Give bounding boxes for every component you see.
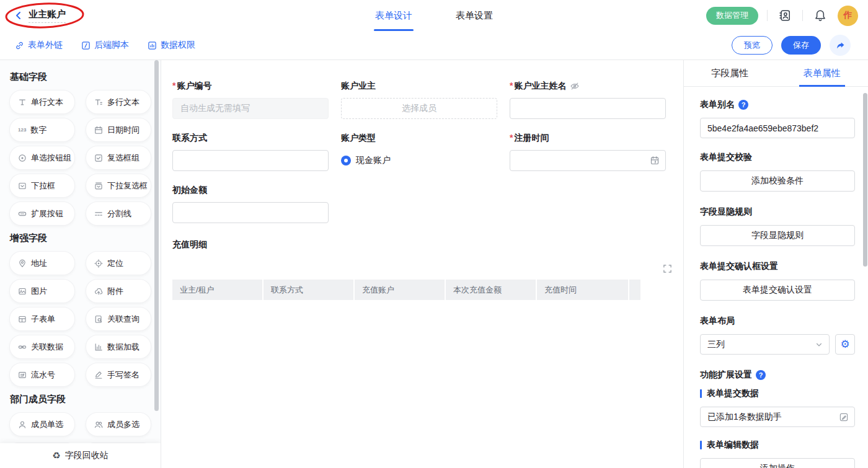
properties-panel: 字段属性 表单属性 表单别名 ? 5be4e2fa4ae659ebe873bef… bbox=[683, 60, 868, 468]
serial-number-icon bbox=[18, 371, 27, 379]
field-type-multi-select[interactable]: 下拉复选框 bbox=[86, 174, 151, 197]
image-icon bbox=[18, 287, 27, 296]
backend-script-label: 后端脚本 bbox=[94, 40, 129, 51]
field-type-select[interactable]: 下拉框 bbox=[10, 174, 74, 197]
field-visibility-button[interactable]: 字段显隐规则 bbox=[700, 225, 855, 246]
section-title-basic-fields: 基础字段 bbox=[10, 71, 161, 83]
tab-form-properties[interactable]: 表单属性 bbox=[776, 60, 868, 86]
field-register-time[interactable]: 注册时间 bbox=[510, 133, 666, 171]
recycle-bin-label: 字段回收站 bbox=[65, 450, 108, 461]
field-type-single-line-text[interactable]: 单行文本 bbox=[10, 91, 74, 113]
sidebar-scrollbar[interactable] bbox=[154, 60, 159, 411]
subform-column: 本次充值金额 bbox=[446, 280, 536, 300]
divider bbox=[802, 10, 803, 21]
data-manage-button[interactable]: 数据管理 bbox=[706, 7, 758, 25]
field-account-type[interactable]: 账户类型 现金账户 bbox=[341, 133, 497, 171]
field-type-member-multi[interactable]: 成员多选 bbox=[86, 413, 151, 436]
select-member-box[interactable]: 选择成员 bbox=[341, 98, 497, 119]
address-book-icon[interactable] bbox=[776, 7, 794, 24]
field-initial-amount[interactable]: 初始金额 bbox=[172, 185, 329, 223]
owner-name-input[interactable] bbox=[510, 98, 666, 119]
chevron-down-icon bbox=[815, 341, 823, 348]
field-type-data-load[interactable]: 数据加载 bbox=[86, 335, 151, 358]
add-operation-button[interactable]: 添加操作 bbox=[700, 458, 855, 468]
extension-settings-label: 功能扩展设置 bbox=[700, 369, 752, 381]
field-type-address[interactable]: 地址 bbox=[10, 252, 74, 275]
tab-form-design[interactable]: 表单设计 bbox=[375, 0, 412, 31]
radio-option-label[interactable]: 现金账户 bbox=[356, 155, 391, 166]
field-account-no[interactable]: 账户编号 自动生成无需填写 bbox=[172, 81, 329, 119]
field-account-owner[interactable]: 账户业主 选择成员 bbox=[341, 81, 497, 119]
field-type-divider[interactable]: 分割线 bbox=[86, 202, 151, 225]
related-query-icon bbox=[94, 315, 103, 324]
field-recharge-detail-subform[interactable]: 充值明细 业主/租户 联系方式 充值账户 本次充值金额 充值时间 bbox=[172, 239, 672, 300]
register-time-input[interactable] bbox=[510, 150, 666, 171]
subform-label: 充值明细 bbox=[172, 239, 672, 250]
script-icon bbox=[81, 41, 91, 50]
field-type-location[interactable]: 定位 bbox=[86, 252, 151, 275]
permission-icon bbox=[148, 41, 157, 50]
data-assistant-box[interactable]: 已添加1条数据助手 bbox=[700, 407, 855, 427]
edit-data-subsection: 表单编辑数据 bbox=[700, 439, 856, 451]
form-layout-label: 表单布局 bbox=[700, 316, 735, 327]
field-type-multi-line-text[interactable]: 多行文本 bbox=[86, 91, 151, 113]
field-type-datetime[interactable]: 日期时间 bbox=[86, 118, 151, 141]
field-type-member-single[interactable]: 成员单选 bbox=[10, 413, 74, 436]
datetime-icon bbox=[94, 126, 103, 135]
field-type-subform[interactable]: 子表单 bbox=[10, 307, 74, 330]
form-toolbar: 表单外链 后端脚本 数据权限 预览 保存 bbox=[0, 31, 868, 60]
data-assistant-value: 已添加1条数据助手 bbox=[707, 412, 782, 423]
field-library-sidebar: 基础字段 单行文本 多行文本 123数字 日期时间 单选按钮组 复选框组 下拉框… bbox=[0, 60, 161, 468]
save-button[interactable]: 保存 bbox=[781, 36, 821, 55]
field-type-extension-button[interactable]: 扩展按钮 bbox=[10, 202, 74, 225]
form-alias-input[interactable]: 5be4e2fa4ae659ebe873bef2 bbox=[700, 118, 855, 138]
field-visibility-label: 字段显隐规则 bbox=[700, 206, 752, 218]
panel-scrollbar[interactable] bbox=[863, 93, 867, 267]
contact-input[interactable] bbox=[172, 150, 329, 171]
field-type-related-data[interactable]: 关联数据 bbox=[10, 335, 74, 358]
layout-select[interactable]: 三列 bbox=[700, 334, 830, 355]
single-line-text-icon bbox=[18, 98, 27, 107]
section-title-member-fields: 部门成员字段 bbox=[10, 394, 161, 405]
initial-amount-input[interactable] bbox=[172, 202, 329, 223]
confirm-box-button[interactable]: 表单提交确认设置 bbox=[700, 280, 855, 301]
edit-pencil-icon[interactable] bbox=[839, 412, 849, 422]
expand-fullscreen-icon[interactable] bbox=[663, 264, 672, 273]
tab-field-properties[interactable]: 字段属性 bbox=[684, 60, 776, 86]
external-link-action[interactable]: 表单外链 bbox=[15, 40, 63, 51]
account-no-input[interactable]: 自动生成无需填写 bbox=[172, 98, 329, 119]
preview-button[interactable]: 预览 bbox=[732, 36, 773, 55]
layout-settings-button[interactable]: ⚙ bbox=[835, 334, 855, 355]
field-type-radio-group[interactable]: 单选按钮组 bbox=[10, 146, 74, 169]
divider-icon bbox=[94, 210, 103, 218]
radio-selected[interactable] bbox=[341, 156, 351, 166]
subform-icon bbox=[18, 315, 27, 324]
field-type-attachment[interactable]: 附件 bbox=[86, 280, 151, 302]
field-contact[interactable]: 联系方式 bbox=[172, 133, 329, 171]
field-owner-name[interactable]: 账户业主姓名 bbox=[510, 81, 666, 119]
field-type-number[interactable]: 123数字 bbox=[10, 118, 74, 141]
add-validation-button[interactable]: 添加校验条件 bbox=[700, 170, 855, 192]
help-question-icon[interactable]: ? bbox=[756, 370, 766, 380]
field-label: 账户业主 bbox=[341, 81, 376, 92]
field-label: 初始金额 bbox=[172, 185, 207, 196]
field-type-serial-number[interactable]: 流水号 bbox=[10, 363, 74, 386]
subform-table-header: 业主/租户 联系方式 充值账户 本次充值金额 充值时间 bbox=[172, 280, 672, 300]
user-avatar[interactable]: 作 bbox=[838, 6, 858, 26]
field-type-related-query[interactable]: 关联查询 bbox=[86, 307, 151, 330]
tab-form-settings[interactable]: 表单设置 bbox=[456, 0, 493, 31]
share-button[interactable] bbox=[830, 35, 851, 56]
data-permission-action[interactable]: 数据权限 bbox=[148, 40, 195, 51]
subform-column: 充值账户 bbox=[355, 280, 445, 300]
backend-script-action[interactable]: 后端脚本 bbox=[81, 40, 129, 51]
form-design-canvas[interactable]: 账户编号 自动生成无需填写 账户业主 选择成员 账户业主姓名 联系方式 账户类型 bbox=[161, 60, 683, 468]
member-single-icon bbox=[18, 420, 27, 429]
help-question-icon[interactable]: ? bbox=[738, 100, 748, 110]
field-type-signature[interactable]: 手写签名 bbox=[86, 363, 151, 386]
field-type-image[interactable]: 图片 bbox=[10, 280, 74, 302]
field-type-checkbox-group[interactable]: 复选框组 bbox=[86, 146, 151, 169]
notification-bell-icon[interactable] bbox=[812, 7, 829, 24]
field-recycle-bin[interactable]: ♻ 字段回收站 bbox=[0, 443, 161, 468]
section-title-enhanced-fields: 增强字段 bbox=[10, 232, 161, 244]
data-load-icon bbox=[94, 343, 103, 351]
